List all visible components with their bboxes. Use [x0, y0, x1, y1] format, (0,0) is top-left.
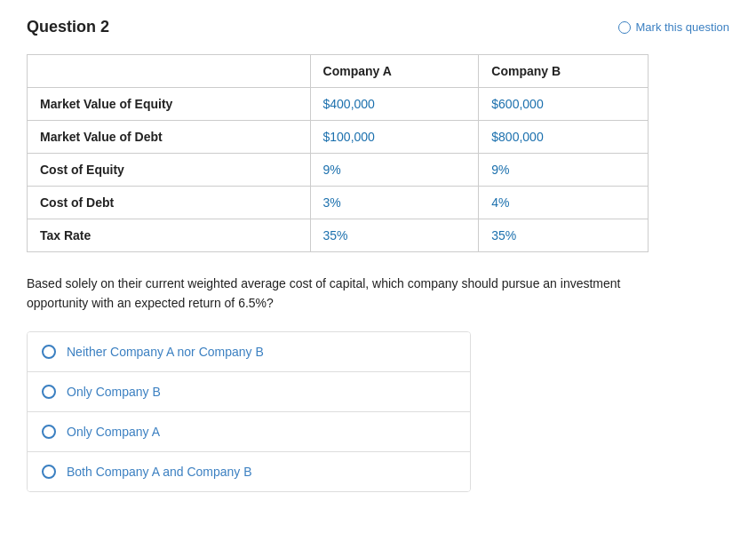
option-radio-icon — [42, 465, 56, 479]
table-header-empty — [28, 55, 311, 88]
option-radio-icon — [42, 425, 56, 439]
answer-option-2[interactable]: Only Company B — [28, 372, 470, 412]
answer-options-list: Neither Company A nor Company BOnly Comp… — [27, 331, 471, 492]
row-company-b-value: $800,000 — [479, 121, 649, 154]
company-data-table: Company A Company B Market Value of Equi… — [27, 54, 649, 252]
row-label: Tax Rate — [28, 219, 311, 252]
mark-question-label: Mark this question — [636, 20, 730, 34]
row-label: Market Value of Equity — [28, 88, 311, 121]
option-label: Only Company A — [67, 425, 160, 439]
row-company-a-value: $400,000 — [310, 88, 479, 121]
table-row: Cost of Equity9%9% — [28, 154, 649, 187]
question-title: Question 2 — [27, 18, 109, 36]
row-company-a-value: 3% — [310, 187, 479, 219]
table-row: Market Value of Debt$100,000$800,000 — [28, 121, 649, 154]
row-label: Market Value of Debt — [28, 121, 311, 154]
table-row: Market Value of Equity$400,000$600,000 — [28, 88, 649, 121]
row-company-a-value: 35% — [310, 219, 479, 252]
table-header-company-a: Company A — [310, 55, 479, 88]
row-company-b-value: 9% — [479, 154, 649, 187]
answer-option-3[interactable]: Only Company A — [28, 412, 470, 452]
row-company-b-value: 4% — [479, 187, 649, 219]
option-label: Neither Company A nor Company B — [67, 345, 264, 359]
option-label: Only Company B — [67, 385, 161, 399]
row-company-b-value: 35% — [479, 219, 649, 252]
row-label: Cost of Equity — [28, 154, 311, 187]
table-row: Tax Rate35%35% — [28, 219, 649, 252]
row-company-a-value: $100,000 — [310, 121, 479, 154]
question-text: Based solely on their current weighted a… — [27, 274, 631, 314]
option-radio-icon — [42, 345, 56, 359]
table-row: Cost of Debt3%4% — [28, 187, 649, 219]
mark-question-circle-icon — [618, 21, 631, 34]
row-label: Cost of Debt — [28, 187, 311, 219]
option-radio-icon — [42, 385, 56, 399]
row-company-a-value: 9% — [310, 154, 479, 187]
page-header: Question 2 Mark this question — [27, 18, 729, 36]
option-label: Both Company A and Company B — [67, 465, 252, 479]
mark-question-link[interactable]: Mark this question — [618, 20, 730, 34]
table-header-row: Company A Company B — [28, 55, 649, 88]
table-header-company-b: Company B — [479, 55, 649, 88]
row-company-b-value: $600,000 — [479, 88, 649, 121]
answer-option-4[interactable]: Both Company A and Company B — [28, 452, 470, 491]
answer-option-1[interactable]: Neither Company A nor Company B — [28, 332, 470, 372]
